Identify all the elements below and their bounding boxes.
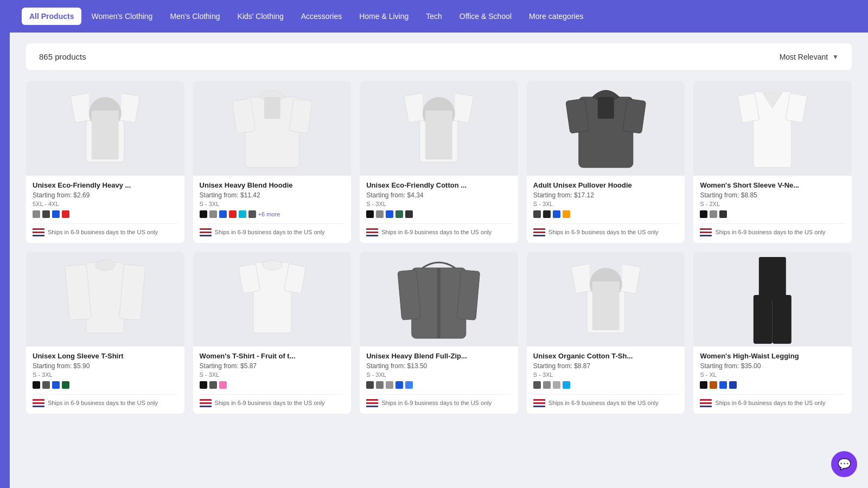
nav-tab-5[interactable]: Home & Living: [352, 8, 416, 25]
color-swatch[interactable]: [543, 210, 551, 218]
color-swatch[interactable]: [239, 210, 246, 218]
product-sizes: S - 3XL: [366, 371, 512, 378]
svg-rect-43: [457, 270, 480, 320]
color-swatch[interactable]: [729, 381, 737, 389]
color-swatch[interactable]: [33, 381, 40, 389]
nav-tab-2[interactable]: Men's Clothing: [162, 8, 227, 25]
color-swatch[interactable]: [376, 381, 384, 389]
product-price: Starting from: $8.87: [533, 362, 679, 370]
shipping-info: Ships in 6-9 business days to the US onl…: [533, 394, 679, 407]
product-image: [360, 81, 518, 176]
shipping-info: Ships in 6-9 business days to the US onl…: [533, 223, 679, 236]
color-swatch[interactable]: [200, 381, 207, 389]
svg-rect-42: [398, 270, 421, 320]
sort-dropdown[interactable]: Most Relevant ▼: [780, 53, 839, 61]
us-flag-icon: [366, 228, 378, 236]
color-swatch[interactable]: [533, 210, 541, 218]
nav-tab-7[interactable]: Office & School: [452, 8, 519, 25]
product-card[interactable]: Adult Unisex Pullover HoodieStarting fro…: [527, 81, 685, 243]
color-swatch[interactable]: [366, 381, 374, 389]
color-swatch[interactable]: [543, 381, 551, 389]
color-swatch[interactable]: [386, 210, 393, 218]
color-swatch[interactable]: [229, 210, 237, 218]
shipping-info: Ships in 6-9 business days to the US onl…: [33, 223, 178, 236]
color-swatch[interactable]: [209, 381, 217, 389]
nav-tab-0[interactable]: All Products: [22, 8, 81, 25]
nav-tab-4[interactable]: Accessories: [293, 8, 349, 25]
color-swatch[interactable]: [376, 210, 384, 218]
product-sizes: S - 3XL: [366, 201, 512, 207]
nav-tab-3[interactable]: Kids' Clothing: [230, 8, 291, 25]
product-sizes: S - 3XL: [533, 371, 679, 378]
shipping-info: Ships in 6-9 business days to the US onl…: [366, 394, 512, 407]
us-flag-icon: [200, 228, 212, 236]
color-swatch[interactable]: [209, 210, 217, 218]
shipping-info: Ships in 6-9 business days to the US onl…: [366, 223, 512, 236]
color-swatch[interactable]: [52, 381, 60, 389]
color-swatches: [700, 381, 845, 389]
product-card[interactable]: Unisex Eco-Friendly Cotton ...Starting f…: [360, 81, 518, 243]
color-swatch[interactable]: [563, 381, 570, 389]
color-swatch[interactable]: [52, 210, 60, 218]
product-title: Adult Unisex Pullover Hoodie: [533, 181, 679, 189]
product-sizes: S - 3XL: [533, 201, 679, 207]
product-card[interactable]: Unisex Organic Cotton T-Sh...Starting fr…: [527, 252, 685, 414]
product-image: [693, 252, 852, 346]
product-card[interactable]: Unisex Eco-Friendly Heavy ...Starting fr…: [26, 81, 184, 243]
color-swatch[interactable]: [553, 210, 560, 218]
product-info: Adult Unisex Pullover HoodieStarting fro…: [527, 176, 685, 243]
product-image: [26, 252, 184, 346]
color-swatch[interactable]: [386, 381, 393, 389]
product-price: Starting from: $13.50: [366, 362, 512, 370]
color-swatch[interactable]: [553, 381, 560, 389]
product-count: 865 products: [39, 52, 86, 61]
product-info: Unisex Long Sleeve T-ShirtStarting from:…: [26, 346, 184, 414]
color-swatch[interactable]: [62, 381, 69, 389]
top-navigation: All ProductsWomen's ClothingMen's Clothi…: [0, 0, 868, 33]
color-swatch[interactable]: [219, 210, 227, 218]
us-flag-icon: [700, 228, 712, 236]
color-swatch[interactable]: [62, 210, 69, 218]
color-swatch[interactable]: [405, 210, 413, 218]
color-swatches: [366, 210, 512, 218]
color-swatch[interactable]: [563, 210, 570, 218]
nav-tab-8[interactable]: More categories: [521, 8, 591, 25]
chat-button[interactable]: 💬: [831, 451, 857, 477]
color-swatch[interactable]: [200, 210, 207, 218]
color-swatch[interactable]: [366, 210, 374, 218]
color-swatch[interactable]: [405, 381, 413, 389]
color-swatch[interactable]: [710, 210, 717, 218]
color-swatch[interactable]: [395, 381, 403, 389]
us-flag-icon: [33, 228, 44, 236]
color-swatch[interactable]: [719, 210, 727, 218]
chevron-down-icon: ▼: [832, 53, 839, 61]
product-card[interactable]: Women's High-Waist LeggingStarting from:…: [693, 252, 852, 414]
svg-rect-54: [759, 257, 786, 300]
color-swatch[interactable]: [719, 381, 727, 389]
svg-point-34: [95, 260, 115, 271]
nav-tab-6[interactable]: Tech: [418, 8, 450, 25]
more-colors[interactable]: +6 more: [258, 211, 280, 217]
shipping-info: Ships in 6-9 business days to the US onl…: [33, 394, 178, 407]
product-title: Unisex Organic Cotton T-Sh...: [533, 352, 679, 360]
product-card[interactable]: Unisex Heavy Blend Full-Zip...Starting f…: [360, 252, 518, 414]
product-card[interactable]: Women's T-Shirt - Fruit of t...Starting …: [193, 252, 352, 414]
color-swatch[interactable]: [33, 210, 40, 218]
color-swatch[interactable]: [700, 381, 707, 389]
color-swatch[interactable]: [219, 381, 227, 389]
product-card[interactable]: Unisex Long Sleeve T-ShirtStarting from:…: [26, 252, 184, 414]
nav-tab-1[interactable]: Women's Clothing: [84, 8, 160, 25]
svg-rect-33: [119, 264, 146, 320]
color-swatch[interactable]: [533, 381, 541, 389]
product-title: Unisex Eco-Friendly Heavy ...: [33, 181, 178, 189]
svg-rect-7: [92, 111, 119, 159]
color-swatch[interactable]: [248, 210, 256, 218]
color-swatch[interactable]: [42, 210, 50, 218]
color-swatch[interactable]: [710, 381, 717, 389]
color-swatch[interactable]: [395, 210, 403, 218]
product-title: Unisex Heavy Blend Hoodie: [200, 181, 345, 189]
product-card[interactable]: Women's Short Sleeve V-Ne...Starting fro…: [693, 81, 852, 243]
color-swatch[interactable]: [42, 381, 50, 389]
color-swatch[interactable]: [700, 210, 707, 218]
product-card[interactable]: Unisex Heavy Blend HoodieStarting from: …: [193, 81, 352, 243]
